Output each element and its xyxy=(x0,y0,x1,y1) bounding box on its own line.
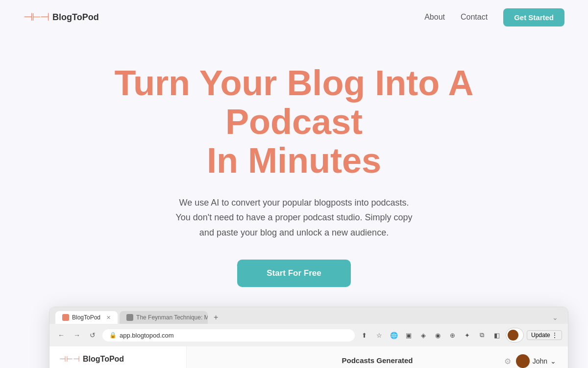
tab-label-feynman: The Feynman Technique: Mas... xyxy=(136,314,208,321)
settings-icon[interactable]: ⚙ xyxy=(504,357,511,366)
lock-icon: 🔒 xyxy=(109,332,117,339)
address-text: app.blogtopod.com xyxy=(120,332,174,339)
hero-title-line1: Turn Your Blog Into A Podcast xyxy=(114,63,473,141)
logo[interactable]: ⊣⊢⊣ BlogToPod xyxy=(24,11,99,24)
hero-title-line2: In Minutes xyxy=(207,141,381,180)
extension-icon-3[interactable]: ◈ xyxy=(417,329,429,341)
update-button[interactable]: Update ⋮ xyxy=(527,330,562,340)
app-logo-waveform-icon: ⊣⊢⊣ xyxy=(59,354,80,364)
extension-icon-5[interactable]: ⊕ xyxy=(447,329,459,341)
navbar: ⊣⊢⊣ BlogToPod About Contact Get Started xyxy=(0,0,588,34)
get-started-button[interactable]: Get Started xyxy=(503,8,564,26)
app-logo-area: ⊣⊢⊣ BlogToPod xyxy=(49,346,186,368)
puzzle-icon[interactable]: ⧉ xyxy=(476,329,488,341)
new-tab-button[interactable]: + xyxy=(210,311,222,324)
tab-close-icon[interactable]: ✕ xyxy=(106,315,111,321)
app-main-content: ⚙ John ⌄ Podcasts Generated + xyxy=(187,346,568,368)
forward-button[interactable]: → xyxy=(71,329,83,341)
browser-toolbar: ← → ↺ 🔒 app.blogtopod.com ⬆ ☆ 🌐 ▣ ◈ ◉ ⊕ … xyxy=(49,324,568,346)
back-button[interactable]: ← xyxy=(55,329,67,341)
browser-tab-active[interactable]: BlogToPod ✕ xyxy=(55,311,118,324)
extension-icon-7[interactable]: ◧ xyxy=(491,329,503,341)
user-chip[interactable]: John ⌄ xyxy=(516,354,556,368)
tab-favicon-feynman xyxy=(126,314,133,321)
hero-title: Turn Your Blog Into A Podcast In Minutes xyxy=(49,64,539,181)
browser-minimize-icon[interactable]: ⌄ xyxy=(548,312,562,323)
bookmark-icon[interactable]: ☆ xyxy=(373,329,385,341)
user-chevron-icon: ⌄ xyxy=(550,357,556,365)
extension-icon-1[interactable]: 🌐 xyxy=(388,329,400,341)
app-logo[interactable]: ⊣⊢⊣ BlogToPod xyxy=(59,354,176,364)
app-header: ⚙ John ⌄ xyxy=(504,354,556,368)
tab-favicon-blogtopod xyxy=(62,314,69,321)
nav-about-link[interactable]: About xyxy=(424,13,445,22)
share-icon[interactable]: ⬆ xyxy=(359,329,370,341)
logo-text: BlogToPod xyxy=(52,12,99,23)
browser-chrome: BlogToPod ✕ The Feynman Technique: Mas..… xyxy=(49,307,568,346)
toolbar-icons: ⬆ ☆ 🌐 ▣ ◈ ◉ ⊕ ✦ ⧉ ◧ Update ⋮ xyxy=(359,328,562,342)
browser-mockup: BlogToPod ✕ The Feynman Technique: Mas..… xyxy=(49,307,568,368)
extension-icon-6[interactable]: ✦ xyxy=(462,329,473,341)
refresh-button[interactable]: ↺ xyxy=(87,329,98,341)
logo-waveform-icon: ⊣⊢⊣ xyxy=(24,11,49,24)
user-avatar xyxy=(516,354,530,368)
hero-subtitle: We use AI to convert your popular blogpo… xyxy=(175,195,412,240)
address-bar[interactable]: 🔒 app.blogtopod.com xyxy=(102,329,355,342)
extension-icon-4[interactable]: ◉ xyxy=(432,329,444,341)
profile-avatar xyxy=(508,330,518,341)
extension-icon-2[interactable]: ▣ xyxy=(403,329,415,341)
profile-chip[interactable] xyxy=(506,328,524,342)
user-name: John xyxy=(533,357,547,365)
browser-tab-bar: BlogToPod ✕ The Feynman Technique: Mas..… xyxy=(49,307,568,324)
app-sidebar: ⊣⊢⊣ BlogToPod ↺ Podcasts xyxy=(49,346,187,368)
hero-section: Turn Your Blog Into A Podcast In Minutes… xyxy=(0,34,588,368)
app-content: ⊣⊢⊣ BlogToPod ↺ Podcasts ⚙ John ⌄ xyxy=(49,346,568,368)
section-title: Podcasts Generated xyxy=(198,356,556,365)
nav-contact-link[interactable]: Contact xyxy=(461,13,488,22)
tab-label-blogtopod: BlogToPod xyxy=(72,314,100,321)
app-logo-text: BlogToPod xyxy=(83,355,124,364)
browser-tab-inactive[interactable]: The Feynman Technique: Mas... ✕ xyxy=(120,311,208,324)
start-for-free-button[interactable]: Start For Free xyxy=(237,260,350,287)
nav-links: About Contact Get Started xyxy=(424,8,564,26)
